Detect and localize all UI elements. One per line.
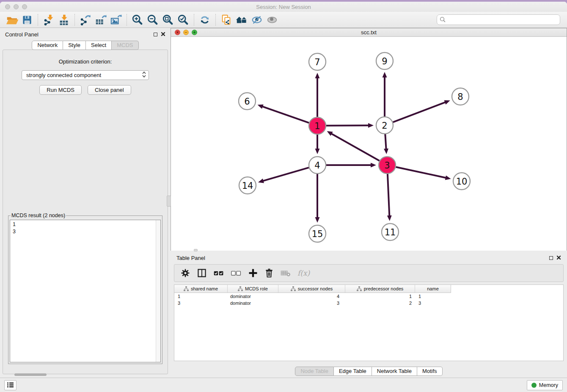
graph-edge-2-8[interactable] (393, 102, 446, 122)
show-all-networks-icon[interactable] (234, 13, 249, 27)
select-all-rows-icon[interactable] (213, 268, 224, 278)
graph-edge-1-6[interactable] (262, 106, 309, 123)
run-mcds-button[interactable]: Run MCDS (39, 85, 82, 95)
close-table-panel-icon[interactable] (556, 254, 561, 262)
graph-node-label-4: 4 (314, 160, 320, 171)
search-input[interactable] (437, 14, 560, 25)
table-hscroll-strip[interactable] (174, 361, 564, 366)
column-label: name (427, 286, 439, 291)
graph-edge-arrowhead (315, 217, 320, 223)
table-row: 1 dominator 4 1 1 (174, 293, 563, 300)
apply-preferred-layout-icon[interactable] (197, 13, 212, 27)
hide-selected-icon[interactable] (249, 13, 264, 27)
import-table-icon[interactable] (56, 13, 72, 27)
table-toolbar: f(x) (174, 264, 564, 282)
graph-edge-3-11[interactable] (388, 174, 389, 216)
search-icon (440, 17, 446, 25)
close-panel-button[interactable]: Close panel (88, 85, 131, 95)
zoom-fit-content-icon[interactable] (160, 13, 176, 27)
column-header-successor-nodes[interactable]: successor nodes (278, 285, 345, 293)
cell-mcds-role[interactable]: dominator (228, 300, 278, 306)
column-header-mcds-role[interactable]: MCDS role (228, 285, 278, 293)
import-network-icon[interactable] (41, 13, 56, 27)
cell-predecessor-nodes[interactable]: 1 (345, 293, 415, 300)
toolbar-separator (215, 14, 216, 26)
graph-edge-3-1[interactable] (331, 133, 379, 161)
float-panel-icon[interactable] (154, 33, 157, 36)
graph-node-label-15: 15 (312, 229, 323, 239)
table-panel: Table Panel (171, 251, 567, 378)
table-settings-icon[interactable] (180, 268, 190, 278)
control-panel: Control Panel Network Style Select MCDS … (0, 28, 171, 378)
tab-mcds[interactable]: MCDS (112, 41, 138, 50)
graph-edge-arrowhead (315, 73, 320, 78)
deselect-all-rows-icon[interactable] (231, 268, 242, 278)
show-hidden-icon[interactable] (264, 13, 280, 27)
mcds-result-legend: MCDS result (2 nodes) (11, 213, 66, 218)
window-minimize-icon[interactable] (14, 4, 19, 9)
cell-predecessor-nodes[interactable]: 2 (345, 300, 415, 306)
export-network-icon[interactable] (78, 13, 93, 27)
show-columns-icon[interactable] (197, 268, 207, 278)
zoom-selected-region-icon[interactable] (176, 13, 191, 27)
first-neighbors-icon[interactable] (219, 13, 234, 27)
close-panel-icon[interactable] (161, 30, 165, 38)
network-window-titlebar[interactable]: × − + scc.txt (171, 28, 567, 37)
control-panel-hscroll-thumb[interactable] (14, 373, 47, 376)
window-close-icon[interactable] (5, 4, 10, 9)
memory-button[interactable]: Memory (527, 380, 563, 390)
graph-edge-2-3[interactable] (385, 134, 386, 149)
control-panel-tabs: Network Style Select MCDS (0, 41, 171, 50)
zoom-in-icon[interactable] (130, 13, 145, 27)
cell-successor-nodes[interactable]: 4 (278, 293, 345, 300)
window-title: Session: New Session (256, 4, 311, 10)
window-traffic-lights (5, 4, 27, 9)
graph-edge-3-10[interactable] (396, 167, 446, 178)
export-table-icon[interactable] (93, 13, 108, 27)
network-canvas[interactable]: 7968124314101511 (171, 37, 567, 251)
toolbar-separator (194, 14, 194, 26)
task-history-button[interactable] (4, 380, 17, 390)
tab-edge-table[interactable]: Edge Table (334, 367, 372, 376)
save-session-icon[interactable] (19, 13, 35, 27)
panel-splitter-grip[interactable] (167, 196, 171, 207)
window-zoom-icon[interactable] (22, 4, 27, 9)
tab-network[interactable]: Network (32, 41, 63, 50)
network-minimize-icon[interactable]: − (183, 30, 189, 35)
cell-shared-name[interactable]: 3 (174, 300, 228, 306)
network-maximize-icon[interactable]: + (192, 30, 197, 35)
open-session-icon[interactable] (4, 13, 19, 27)
cell-mcds-role[interactable]: dominator (228, 293, 278, 300)
graph-node-label-2: 2 (382, 121, 387, 131)
graph-edge-1-2[interactable] (326, 125, 369, 126)
status-bar: Memory (0, 378, 567, 392)
column-header-shared-name[interactable]: shared name (174, 285, 228, 293)
tab-node-table[interactable]: Node Table (295, 367, 334, 376)
criterion-dropdown[interactable]: strongly connected component (22, 70, 149, 80)
zoom-out-icon[interactable] (145, 13, 160, 27)
tab-network-table[interactable]: Network Table (372, 367, 417, 376)
table-tabs: Node Table Edge Table Network Table Moti… (171, 366, 567, 378)
delete-columns-icon[interactable] (264, 268, 274, 278)
cell-name[interactable]: 1 (415, 293, 451, 300)
tab-style[interactable]: Style (63, 41, 86, 50)
graph-edge-arrowhead (444, 100, 450, 105)
graph-edge-4-14[interactable] (263, 168, 309, 181)
window-titlebar: Session: New Session (0, 2, 567, 12)
cell-shared-name[interactable]: 1 (174, 293, 228, 300)
cell-name[interactable]: 3 (415, 300, 451, 306)
column-header-name[interactable]: name (415, 285, 451, 293)
tab-motifs[interactable]: Motifs (417, 367, 443, 376)
mcds-result-area[interactable]: 1 3 (10, 220, 161, 362)
column-header-predecessor-nodes[interactable]: predecessor nodes (345, 285, 415, 293)
float-table-panel-icon[interactable] (549, 256, 553, 260)
result-scrollbar[interactable] (156, 220, 160, 362)
export-image-icon[interactable] (108, 13, 124, 27)
tab-select[interactable]: Select (86, 41, 112, 50)
toolbar-separator (74, 14, 75, 26)
add-column-icon[interactable] (248, 268, 258, 278)
graph-edge-arrowhead (258, 179, 264, 183)
cell-successor-nodes[interactable]: 3 (278, 300, 345, 306)
network-close-icon[interactable]: × (175, 30, 180, 35)
table-splitter-grip[interactable] (194, 249, 198, 251)
